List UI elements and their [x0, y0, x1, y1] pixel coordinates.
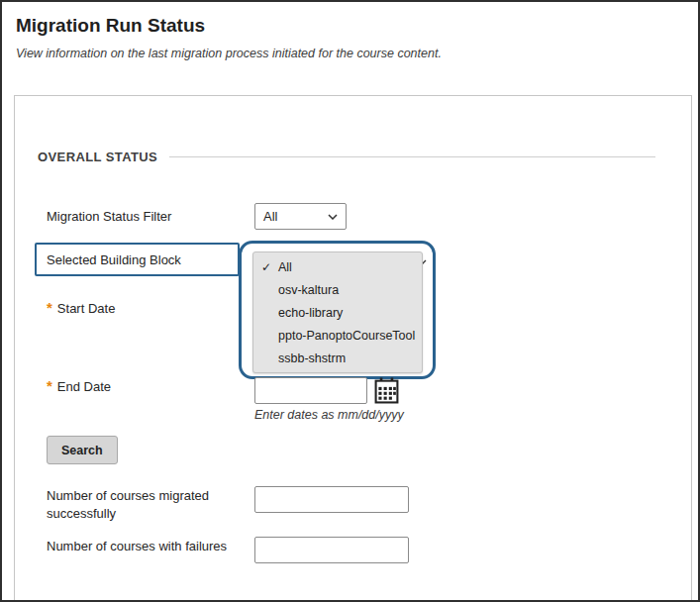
- start-date-label: * Start Date: [47, 301, 115, 316]
- dropdown-option-label: ssbb-shstrm: [278, 351, 346, 365]
- courses-migrated-label: Number of courses migrated successfully: [47, 487, 240, 523]
- migration-status-filter-select[interactable]: All: [254, 203, 347, 230]
- dropdown-option[interactable]: osv-kaltura: [253, 278, 422, 301]
- end-date-input[interactable]: [254, 377, 367, 404]
- dropdown-option-label: osv-kaltura: [278, 283, 339, 297]
- migration-run-status-screen: Migration Run Status View information on…: [0, 0, 700, 602]
- building-block-dropdown-list: ✓ All osv-kaltura echo-library ppto-Pano…: [252, 251, 423, 373]
- dropdown-option[interactable]: ✓ All: [253, 255, 422, 278]
- end-date-label-text: End Date: [57, 379, 111, 394]
- chevron-down-icon: [328, 214, 338, 220]
- calendar-icon: [374, 377, 401, 404]
- page-title: Migration Run Status: [16, 15, 205, 37]
- selected-building-block-label-text: Selected Building Block: [47, 252, 181, 267]
- migration-status-filter-label: Migration Status Filter: [47, 209, 171, 224]
- required-icon: *: [47, 379, 52, 392]
- dropdown-option-label: echo-library: [278, 306, 343, 320]
- courses-failures-label: Number of courses with failures: [47, 539, 254, 553]
- checkmark-icon: ✓: [261, 260, 271, 274]
- dropdown-option-label: All: [278, 260, 292, 274]
- courses-migrated-input[interactable]: [254, 486, 409, 513]
- selected-building-block-label: Selected Building Block: [35, 243, 240, 276]
- search-button[interactable]: Search: [47, 436, 118, 464]
- start-date-label-text: Start Date: [57, 301, 116, 316]
- dropdown-option[interactable]: echo-library: [253, 301, 422, 324]
- section-header: OVERALL STATUS: [38, 150, 655, 164]
- date-picker-button[interactable]: [374, 376, 401, 404]
- dropdown-option-label: ppto-PanoptoCourseTool: [278, 329, 415, 343]
- dropdown-option[interactable]: ssbb-shstrm: [253, 347, 422, 369]
- dropdown-option[interactable]: ppto-PanoptoCourseTool: [253, 324, 422, 347]
- end-date-label: * End Date: [47, 379, 111, 394]
- page-subtitle: View information on the last migration p…: [16, 47, 442, 60]
- date-format-hint: Enter dates as mm/dd/yyyy: [254, 408, 404, 422]
- select-value: All: [263, 209, 277, 224]
- section-title: OVERALL STATUS: [38, 150, 157, 164]
- required-icon: *: [47, 301, 52, 314]
- section-divider: [169, 156, 655, 157]
- courses-failures-input[interactable]: [254, 537, 409, 563]
